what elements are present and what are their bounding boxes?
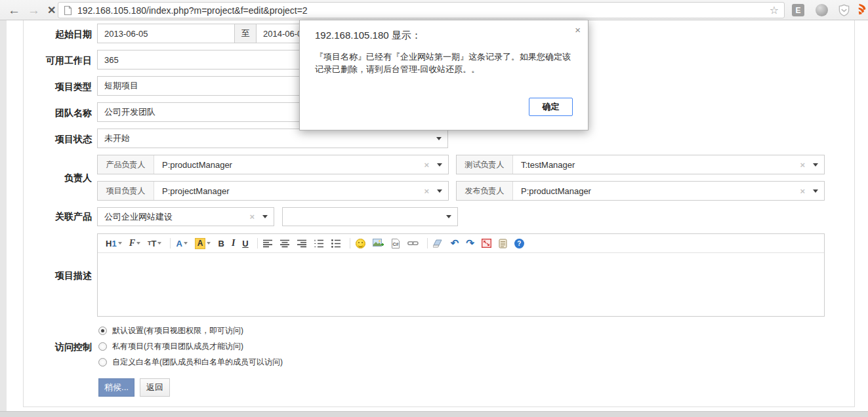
- chevron-down-icon: [136, 242, 140, 245]
- team-name-label: 团队名称: [30, 108, 92, 118]
- chevron-down-icon[interactable]: [813, 189, 818, 193]
- start-date-label: 起始日期: [30, 29, 92, 39]
- clear-icon[interactable]: ×: [249, 212, 255, 222]
- address-bar[interactable]: 192.168.105.180/index.php?m=project&f=ed…: [58, 2, 785, 18]
- test-owner-combo[interactable]: 测试负责人 T:testManager ×: [456, 155, 825, 174]
- bookmark-star-icon[interactable]: ☆: [770, 4, 779, 16]
- link-icon[interactable]: [407, 237, 419, 250]
- font-color-button[interactable]: A: [176, 237, 187, 250]
- chevron-down-icon[interactable]: [437, 163, 442, 167]
- browser-window: ← → ✕ 192.168.105.180/index.php?m=projec…: [0, 0, 868, 417]
- test-owner-tag: 测试负责人: [457, 155, 513, 174]
- description-textarea[interactable]: [98, 253, 824, 316]
- undo-icon[interactable]: ↶: [451, 237, 459, 250]
- acl-option-label: 默认设置(有项目视图权限，即可访问): [112, 325, 243, 336]
- italic-button[interactable]: I: [232, 237, 235, 250]
- start-date-input[interactable]: [97, 24, 235, 43]
- owners-label: 负责人: [30, 172, 92, 183]
- ordered-list-icon[interactable]: [314, 237, 324, 250]
- chevron-down-icon[interactable]: [437, 189, 442, 193]
- extension-sphere-icon[interactable]: [816, 4, 828, 16]
- description-editor: H1 F TT A A B I U: [97, 233, 825, 317]
- chevron-down-icon: [436, 137, 442, 140]
- forward-icon[interactable]: →: [28, 1, 40, 19]
- close-icon[interactable]: ×: [575, 25, 581, 35]
- acl-option-label: 自定义白名单(团队成员和白名单的成员可以访问): [112, 357, 283, 368]
- acl-option-default[interactable]: 默认设置(有项目视图权限，即可访问): [98, 325, 243, 336]
- release-owner-combo[interactable]: 发布负责人 P:productManager ×: [456, 181, 825, 201]
- test-owner-value: T:testManager: [513, 160, 800, 170]
- dialog-message: 『项目名称』已经有『企业网站第一期』这条记录了。如果您确定该记录已删除，请到后台…: [315, 50, 573, 75]
- remove-format-icon[interactable]: [433, 237, 444, 250]
- linked-product-combo[interactable]: 公司企业网站建设 ×: [97, 207, 274, 226]
- back-button[interactable]: 返回: [140, 378, 170, 397]
- insert-code-icon[interactable]: C#: [391, 237, 400, 250]
- back-icon[interactable]: ←: [8, 1, 20, 19]
- radio-selected-icon[interactable]: [98, 327, 107, 335]
- align-right-icon[interactable]: [297, 237, 307, 250]
- chevron-down-icon[interactable]: [446, 215, 451, 218]
- acl-option-whitelist[interactable]: 自定义白名单(团队成员和白名单的成员可以访问): [98, 357, 283, 368]
- linked-product-value: 公司企业网站建设: [98, 211, 249, 223]
- source-code-icon[interactable]: [499, 237, 507, 250]
- fullscreen-icon[interactable]: [482, 237, 491, 250]
- radio-icon[interactable]: [98, 358, 107, 367]
- clear-icon[interactable]: ×: [800, 186, 805, 196]
- extension-orange-icon[interactable]: [856, 3, 868, 15]
- chevron-down-icon[interactable]: [813, 163, 818, 167]
- underline-button[interactable]: U: [242, 237, 248, 250]
- project-owner-tag: 项目负责人: [98, 182, 154, 200]
- toolbar-separator: [350, 238, 350, 248]
- project-type-label: 项目类型: [30, 81, 92, 92]
- project-owner-value: P:projectManager: [154, 186, 424, 196]
- toolbar-separator: [170, 238, 171, 248]
- extension-shield-icon[interactable]: [838, 4, 850, 16]
- align-left-icon[interactable]: [263, 237, 273, 250]
- chevron-down-icon: [118, 242, 122, 245]
- bold-button[interactable]: B: [218, 237, 224, 250]
- clear-icon[interactable]: ×: [424, 186, 429, 196]
- chevron-down-icon[interactable]: [262, 215, 268, 218]
- chevron-down-icon: [207, 242, 211, 245]
- acl-option-label: 私有项目(只有项目团队成员才能访问): [112, 341, 243, 352]
- heading-dropdown[interactable]: H1: [106, 237, 122, 250]
- dialog-title: 192.168.105.180 显示：: [315, 30, 421, 42]
- extension-e-icon[interactable]: E: [792, 4, 804, 16]
- ok-button[interactable]: 确定: [529, 98, 573, 116]
- product-owner-combo[interactable]: 产品负责人 P:productManager ×: [97, 155, 449, 174]
- linked-products-label: 关联产品: [30, 211, 92, 222]
- redo-icon[interactable]: ↷: [466, 237, 474, 250]
- toolbar-separator: [257, 238, 258, 248]
- editor-toolbar: H1 F TT A A B I U: [98, 234, 824, 253]
- chevron-down-icon: [157, 242, 161, 245]
- clear-icon[interactable]: ×: [424, 160, 429, 170]
- project-status-label: 项目状态: [30, 134, 92, 144]
- submit-button[interactable]: 稍候...: [98, 378, 134, 397]
- linked-product-combo-empty[interactable]: [282, 207, 458, 226]
- chevron-down-icon: [184, 242, 188, 245]
- unordered-list-icon[interactable]: [331, 237, 341, 250]
- align-center-icon[interactable]: [280, 237, 290, 250]
- project-owner-combo[interactable]: 项目负责人 P:projectManager ×: [97, 181, 449, 201]
- url-text[interactable]: 192.168.105.180/index.php?m=project&f=ed…: [77, 5, 308, 16]
- font-size-dropdown[interactable]: TT: [148, 237, 161, 250]
- project-status-value: 未开始: [98, 132, 436, 144]
- page-icon: [64, 5, 72, 16]
- release-owner-tag: 发布负责人: [457, 182, 513, 200]
- date-to-separator: 至: [234, 24, 257, 43]
- description-label: 项目描述: [30, 270, 92, 281]
- highlight-color-button[interactable]: A: [195, 237, 211, 250]
- emoji-icon[interactable]: [356, 237, 365, 250]
- page-bottom-strip: [0, 411, 868, 417]
- workdays-label: 可用工作日: [30, 55, 92, 66]
- stop-icon[interactable]: ✕: [47, 3, 56, 18]
- clear-icon[interactable]: ×: [800, 160, 805, 170]
- font-family-dropdown[interactable]: F: [129, 237, 140, 250]
- acl-option-private[interactable]: 私有项目(只有项目团队成员才能访问): [98, 341, 243, 352]
- insert-image-icon[interactable]: [373, 237, 384, 250]
- project-status-select[interactable]: 未开始: [97, 129, 448, 148]
- alert-dialog: × 192.168.105.180 显示： 『项目名称』已经有『企业网站第一期』…: [299, 20, 589, 130]
- help-icon[interactable]: ?: [514, 237, 524, 250]
- page-left-margin: [0, 20, 7, 417]
- radio-icon[interactable]: [98, 342, 107, 351]
